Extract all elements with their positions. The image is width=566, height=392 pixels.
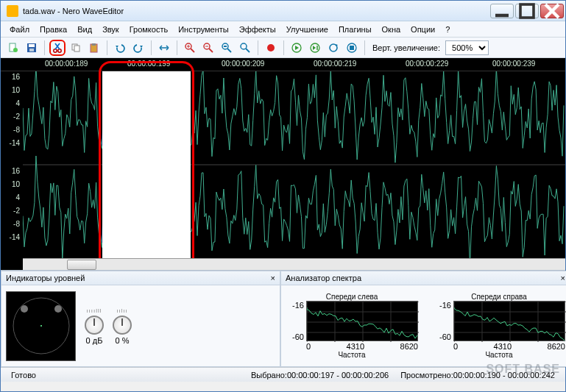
horizontal-scrollbar[interactable] — [23, 258, 565, 270]
menu-windows[interactable]: Окна — [378, 24, 406, 35]
maximize-button[interactable] — [515, 4, 539, 18]
menu-help[interactable]: ? — [441, 24, 454, 35]
app-window: tada.wav - Nero WaveEditor Файл Правка В… — [0, 0, 566, 392]
spectrum-right: Спереди справа -16-60 043108620 Частота — [433, 293, 565, 359]
zoom-sel-button[interactable] — [219, 40, 235, 56]
waveform-canvas[interactable] — [23, 71, 565, 258]
menu-enhance[interactable]: Улучшение — [282, 24, 333, 35]
close-icon[interactable]: × — [561, 274, 565, 282]
bottom-panels: Индикаторы уровней × ıııılll 0 дБ ıılıı … — [1, 270, 565, 367]
zoom-label: Верт. увеличение: — [372, 43, 440, 52]
undo-button[interactable] — [112, 40, 128, 56]
svg-rect-14 — [74, 46, 79, 51]
menu-sound[interactable]: Звук — [98, 24, 124, 35]
svg-point-10 — [58, 49, 61, 51]
levels-panel: Индикаторы уровней × ıııılll 0 дБ ıılıı … — [1, 271, 280, 367]
scrollbar-thumb[interactable] — [67, 260, 96, 270]
svg-point-39 — [21, 305, 28, 313]
app-icon — [7, 5, 18, 17]
new-button[interactable] — [5, 40, 21, 56]
copy-button[interactable] — [68, 40, 84, 56]
svg-point-9 — [54, 49, 57, 51]
spectrum-left: Спереди слева -16-60 043108620 Частота — [286, 293, 418, 359]
pan-knob[interactable] — [113, 316, 132, 335]
spectrum-title: Анализатор спектра — [286, 274, 361, 282]
fit-button[interactable] — [156, 40, 172, 56]
redo-button[interactable] — [130, 40, 146, 56]
svg-rect-8 — [29, 49, 34, 51]
stop-button[interactable] — [344, 40, 360, 56]
menu-plugins[interactable]: Плагины — [334, 24, 376, 35]
statusbar: Готово Выбрано:00:00:00:197 - 00:00:00:2… — [1, 367, 565, 382]
menubar: Файл Правка Вид Звук Громкость Инструмен… — [1, 21, 565, 38]
time-ruler[interactable]: 00:00:00:18900:00:00:19900:00:00:20900:0… — [1, 58, 565, 71]
svg-rect-16 — [92, 43, 96, 46]
waveform-area[interactable]: 00:00:00:18900:00:00:19900:00:00:20900:0… — [1, 58, 565, 270]
svg-point-41 — [40, 325, 42, 327]
pan-knob-block: ıılıı 0 % — [113, 307, 132, 345]
close-button[interactable] — [540, 4, 564, 18]
svg-rect-36 — [350, 46, 354, 50]
toolbar: Верт. увеличение: 500% — [1, 38, 565, 58]
minimize-button[interactable] — [490, 4, 514, 18]
svg-rect-7 — [29, 44, 35, 47]
play-sel-button[interactable] — [307, 40, 323, 56]
loop-button[interactable] — [325, 40, 342, 56]
freq-label: Частота — [485, 351, 512, 359]
svg-rect-27 — [224, 46, 227, 47]
pan-value: 0 % — [116, 336, 130, 345]
scale-dots-icon: ıılıı — [116, 307, 128, 314]
status-ready: Готово — [5, 371, 42, 379]
channel-label-left: Спереди слева — [326, 293, 378, 301]
svg-line-19 — [191, 49, 194, 52]
menu-file[interactable]: Файл — [5, 24, 34, 35]
gain-value: 0 дБ — [86, 336, 103, 345]
freq-label: Частота — [338, 351, 365, 359]
svg-line-29 — [246, 49, 250, 52]
menu-options[interactable]: Опции — [406, 24, 439, 35]
channel-label-right: Спереди справа — [471, 293, 527, 301]
scale-dots-icon: ıııılll — [86, 307, 102, 314]
menu-view[interactable]: Вид — [73, 24, 96, 35]
svg-rect-1 — [520, 4, 534, 18]
close-icon[interactable]: × — [271, 274, 275, 282]
gain-knob-block: ıııılll 0 дБ — [85, 307, 104, 345]
menu-tools[interactable]: Инструменты — [174, 24, 233, 35]
save-button[interactable] — [24, 40, 40, 56]
play-button[interactable] — [289, 40, 305, 56]
menu-edit[interactable]: Правка — [35, 24, 71, 35]
spectrum-panel: Анализатор спектра × Спереди слева -16-6… — [280, 271, 566, 367]
window-title: tada.wav - Nero WaveEditor — [23, 7, 490, 15]
titlebar: tada.wav - Nero WaveEditor — [1, 1, 565, 21]
svg-line-26 — [227, 49, 231, 52]
svg-point-30 — [267, 44, 275, 51]
amplitude-axis: 16104-2-8-1416104-2-8-14 — [1, 71, 23, 270]
watermark: SOFT BASE — [486, 363, 560, 376]
zoom-out-button[interactable] — [200, 40, 216, 56]
record-button[interactable] — [263, 40, 279, 56]
cut-button[interactable] — [49, 40, 66, 56]
levels-title: Индикаторы уровней — [6, 274, 85, 282]
zoom-select[interactable]: 500% — [445, 40, 489, 55]
zoom-vert-button[interactable] — [237, 40, 253, 56]
menu-volume[interactable]: Громкость — [125, 24, 172, 35]
status-selected: Выбрано:00:00:00:197 - 00:00:00:206 — [245, 371, 395, 379]
selection-region[interactable] — [102, 71, 191, 258]
menu-effects[interactable]: Эффекты — [235, 24, 280, 35]
zoom-in-button[interactable] — [182, 40, 198, 56]
gain-knob[interactable] — [85, 316, 104, 335]
svg-line-23 — [209, 49, 213, 52]
vectorscope — [6, 291, 76, 361]
svg-point-5 — [13, 48, 18, 52]
paste-button[interactable] — [86, 40, 102, 56]
svg-point-40 — [54, 305, 62, 313]
svg-point-28 — [241, 43, 247, 49]
